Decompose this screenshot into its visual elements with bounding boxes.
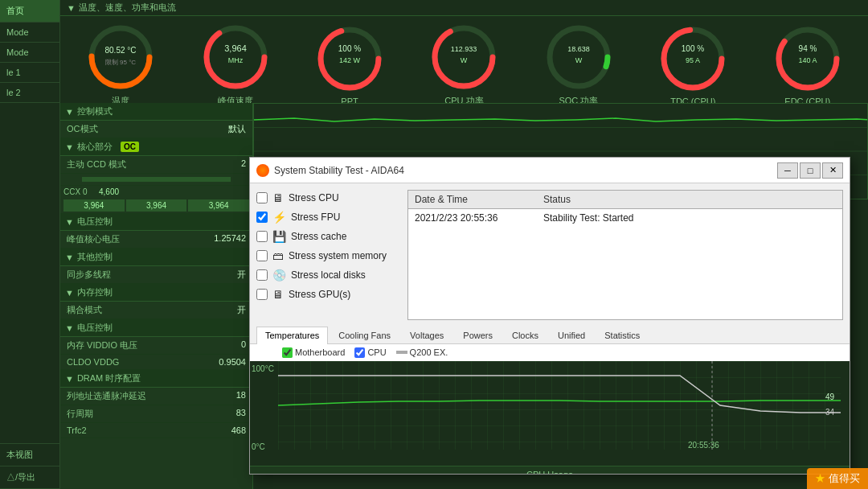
svg-text:100 %: 100 % [682, 44, 704, 53]
dialog-app-icon [256, 164, 269, 177]
stress-disks-option[interactable]: 💿 Stress local disks [256, 267, 401, 283]
oc-tag: OC [121, 142, 139, 152]
minimize-button[interactable]: ─ [777, 162, 798, 179]
sidebar-item-home[interactable]: 首页 [0, 0, 59, 23]
memory-control-arrow: ▼ [65, 288, 74, 298]
stress-fpu-option[interactable]: ⚡ Stress FPU [256, 209, 401, 225]
core-section-title: 核心部分 [77, 141, 113, 153]
legend-motherboard: Motherboard [282, 347, 345, 358]
chart-legend: Motherboard CPU Q200 EX. [250, 344, 850, 361]
tab-clocks[interactable]: Clocks [503, 327, 547, 343]
peak-voltage-value: 1.25742 [214, 233, 246, 245]
trfc2-value: 468 [231, 425, 246, 435]
stress-disks-checkbox[interactable] [256, 269, 268, 281]
maximize-button[interactable]: □ [800, 162, 821, 179]
gauge-edc-cpu: 94 % 140 A EDC (CPU) [760, 23, 856, 106]
stress-cpu-option[interactable]: 🖥 Stress CPU [256, 190, 401, 206]
log-row-date: 2021/2/23 20:55:36 [415, 212, 543, 224]
viddio-label: 内存 VIDDIO 电压 [67, 339, 137, 351]
tab-temperatures[interactable]: Temperatures [256, 327, 328, 344]
sync-row: 同步多线程 开 [60, 266, 252, 284]
gauge-peak-speed: 3,964 MHz 峰值速度 [187, 21, 284, 107]
addr-label: 列地址选通脉冲延迟 [67, 390, 146, 402]
svg-text:80.52 °C: 80.52 °C [105, 46, 137, 55]
oc-mode-row[interactable]: OC模式 默认 [60, 121, 252, 138]
watermark: ★ 值得买 [807, 468, 868, 489]
other-control-arrow: ▼ [65, 253, 74, 262]
stress-cpu-checkbox[interactable] [256, 192, 268, 203]
stress-cache-option[interactable]: 💾 Stress cache [256, 228, 401, 244]
svg-text:W: W [575, 56, 583, 64]
coupling-label: 耦合模式 [67, 304, 102, 316]
sidebar-item-view[interactable]: 本视图 [0, 444, 59, 466]
legend-motherboard-checkbox[interactable] [282, 347, 293, 358]
coupling-row: 耦合模式 开 [60, 302, 252, 319]
tab-voltages[interactable]: Voltages [401, 327, 452, 343]
log-row-status: Stability Test: Started [543, 212, 836, 224]
sync-label: 同步多线程 [67, 269, 111, 281]
voltage-ctrl2-arrow: ▼ [65, 323, 74, 333]
tab-unified[interactable]: Unified [549, 327, 594, 343]
row-period-row: 行周期 83 [60, 405, 252, 423]
freq-val-1: 3,964 [126, 199, 187, 212]
ccx-bar: CCX 0 4,600 [60, 186, 252, 198]
sidebar-item-le1[interactable]: le 1 [0, 63, 59, 83]
sidebar-item-mode1[interactable]: Mode [0, 23, 59, 43]
dram-timing-title: DRAM 时序配置 [77, 372, 141, 384]
cldo-label: CLDO VDDG [67, 357, 119, 367]
gauges-arrow-icon: ▼ [67, 3, 76, 13]
voltage-control-title: 电压控制 [77, 216, 113, 228]
control-mode-title: 控制模式 [77, 105, 113, 117]
addr-row: 列地址选通脉冲延迟 18 [60, 388, 252, 405]
svg-rect-32 [278, 361, 841, 450]
dialog-window-controls: ─ □ ✕ [777, 162, 843, 179]
legend-cpu-label: CPU [367, 347, 386, 357]
oc-mode-value: 默认 [228, 123, 246, 135]
cldo-row: CLDO VDDG 0.9504 [60, 355, 252, 370]
sidebar-item-mode2[interactable]: Mode [0, 43, 59, 63]
stress-gpu-checkbox[interactable] [256, 289, 268, 300]
sync-value: 开 [237, 269, 246, 281]
svg-text:142 W: 142 W [339, 56, 361, 64]
addr-value: 18 [236, 390, 246, 402]
voltage-ctrl2-header: ▼ 电压控制 [60, 319, 252, 337]
tab-cooling-fans[interactable]: Cooling Fans [330, 327, 399, 343]
memory-control-title: 内存控制 [77, 286, 113, 298]
dialog-tabs: Temperatures Cooling Fans Voltages Power… [250, 327, 850, 344]
chart-y-max: 100°C [252, 364, 274, 373]
control-mode-arrow: ▼ [65, 107, 74, 117]
legend-cpu: CPU [354, 347, 386, 358]
stress-gpu-option[interactable]: 🖥 Stress GPU(s) [256, 286, 401, 302]
freq-val-0: 3,964 [63, 199, 125, 212]
stress-memory-checkbox[interactable] [256, 250, 268, 261]
peak-voltage-row: 峰值核心电压 1.25742 [60, 231, 252, 249]
close-button[interactable]: ✕ [822, 162, 843, 179]
tab-powers[interactable]: Powers [454, 327, 502, 343]
watermark-text: 值得买 [829, 472, 860, 484]
stress-cpu-label: Stress CPU [289, 192, 339, 203]
gauge-temperature: 80.52 °C 限制 95 °C 温度 [72, 21, 169, 107]
stress-memory-option[interactable]: 🗃 Stress system memory [256, 248, 401, 264]
stress-disks-label: Stress local disks [291, 269, 366, 281]
sidebar-item-export[interactable]: △/导出 [0, 466, 59, 489]
gauges-section: ▼ 温度、速度、功率和电流 80.52 °C 限制 95 °C 温度 3,964… [60, 0, 868, 103]
gauge-tdc-cpu: 100 % 95 A TDC (CPU) [645, 23, 741, 106]
gauges-row: 80.52 °C 限制 95 °C 温度 3,964 MHz 峰值速度 100 … [60, 16, 868, 112]
svg-text:100 %: 100 % [338, 44, 361, 53]
dialog-body: 🖥 Stress CPU ⚡ Stress FPU 💾 Stress cache… [250, 183, 850, 327]
oc-mode-label: OC模式 [67, 123, 98, 135]
svg-text:限制 95 °C: 限制 95 °C [105, 59, 137, 66]
core-section-header: ▼ 核心部分 OC [60, 138, 252, 156]
ccx-label: CCX 0 [63, 187, 96, 196]
stress-fpu-label: Stress FPU [291, 212, 340, 223]
log-table-header: Date & Time Status [408, 191, 842, 209]
svg-text:49: 49 [825, 392, 835, 401]
other-control-title: 其他控制 [77, 251, 113, 263]
legend-cpu-checkbox[interactable] [354, 347, 365, 358]
cpu-usage-label: CPU Usage [250, 468, 850, 475]
stress-fpu-checkbox[interactable] [256, 212, 268, 223]
tab-statistics[interactable]: Statistics [596, 327, 649, 343]
stress-cache-checkbox[interactable] [256, 231, 268, 242]
row-period-value: 83 [236, 408, 246, 420]
sidebar-item-le2[interactable]: le 2 [0, 83, 59, 103]
